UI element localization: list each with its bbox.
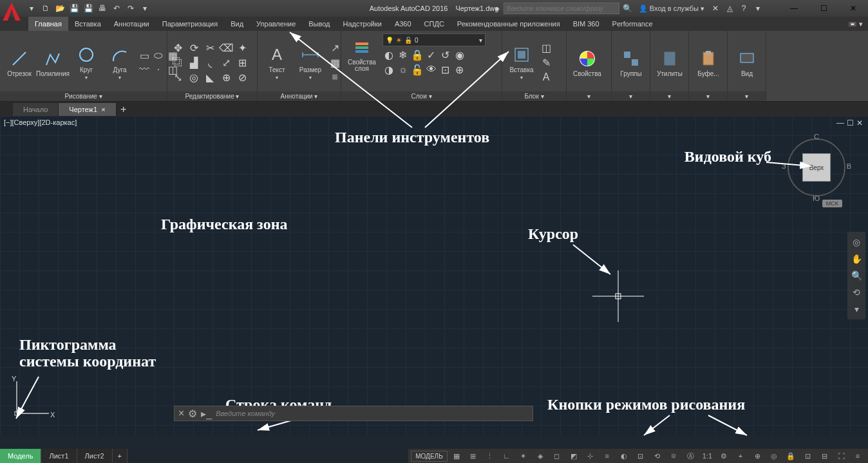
layer-thaw-icon[interactable]: ☼	[397, 63, 410, 76]
vp-minimize-icon[interactable]: —	[836, 118, 844, 128]
layer-on-icon[interactable]: ◑	[382, 63, 395, 76]
panel-clip-title[interactable]: ▾	[689, 91, 727, 101]
tab-close-icon[interactable]: ×	[101, 106, 105, 113]
layer-prev-icon[interactable]: ↺	[439, 48, 452, 61]
dimension-button[interactable]: Размер▾	[295, 43, 326, 82]
close-button[interactable]: ✕	[838, 0, 868, 17]
tab-bim360[interactable]: BIM 360	[567, 17, 606, 31]
tab-insert[interactable]: Вставка	[68, 17, 108, 31]
status-grid-icon[interactable]: ▦	[449, 449, 464, 462]
saveas-icon[interactable]: 💾	[82, 3, 94, 14]
rect-icon[interactable]: ▭	[138, 49, 151, 62]
arc-button[interactable]: Дуга▾	[104, 43, 135, 82]
cmd-close-icon[interactable]: ×	[178, 408, 184, 419]
viewport-label[interactable]: [−][Сверху][2D-каркас]	[4, 118, 77, 126]
trim-icon[interactable]: ✂	[203, 41, 216, 54]
view-button[interactable]: Вид	[731, 47, 762, 79]
tab-featured[interactable]: Рекомендованные приложения	[451, 17, 567, 31]
undo-icon[interactable]: ↶	[111, 3, 122, 14]
status-osnap-icon[interactable]: ◻	[549, 449, 565, 462]
tab-spds[interactable]: СПДС	[418, 17, 451, 31]
status-custom-icon[interactable]: ≡	[850, 449, 865, 462]
layer-merge-icon[interactable]: ⊕	[453, 63, 466, 76]
block-attr-icon[interactable]: A	[540, 71, 552, 84]
layer-unlock-icon[interactable]: 🔓	[411, 63, 424, 76]
ellipse-icon[interactable]: ⬭	[152, 49, 165, 62]
status-lwt-icon[interactable]: ≡	[599, 449, 615, 462]
plot-icon[interactable]: 🖶	[97, 3, 108, 14]
panel-block-title[interactable]: Блок ▾	[502, 91, 566, 101]
tab-home[interactable]: Главная	[28, 17, 68, 31]
tab-start[interactable]: Начало	[13, 103, 59, 116]
fillet-icon[interactable]: ◟	[203, 56, 216, 69]
layer-state-icon[interactable]: ⊡	[439, 63, 452, 76]
nav-wheel-icon[interactable]: ◎	[849, 234, 864, 250]
help-dd-icon[interactable]: ▾	[752, 3, 764, 14]
status-iso2-icon[interactable]: ⊟	[816, 449, 832, 462]
copy-icon[interactable]: ⿻	[171, 56, 184, 69]
viewcube-msk[interactable]: МСК	[822, 200, 842, 207]
tab-sheet2[interactable]: Лист2	[77, 449, 113, 463]
groups-button[interactable]: Группы	[616, 47, 646, 79]
vp-maximize-icon[interactable]: ☐	[847, 118, 854, 128]
status-scale-label[interactable]: 1:1	[700, 449, 715, 462]
nav-zoom-icon[interactable]: 🔍	[849, 268, 864, 283]
status-snap-icon[interactable]: ⊞	[466, 449, 481, 462]
panel-layers-title[interactable]: Слои ▾	[341, 91, 502, 101]
explode-icon[interactable]: ✦	[236, 41, 249, 54]
polyline-button[interactable]: Полилиния	[37, 47, 68, 79]
tab-drawing1[interactable]: Чертеж1 ×	[59, 103, 116, 116]
utilities-button[interactable]: Утилиты	[654, 47, 685, 79]
properties-button[interactable]: Свойства	[571, 47, 604, 79]
line-button[interactable]: Отрезок	[4, 47, 35, 79]
panel-view-title[interactable]: ▾	[728, 91, 766, 101]
tab-annotate[interactable]: Аннотации	[108, 17, 156, 31]
block-edit-icon[interactable]: ✎	[540, 56, 552, 69]
status-sc-icon[interactable]: ⊡	[633, 449, 648, 462]
panel-utils-title[interactable]: ▾	[650, 91, 688, 101]
circle-button[interactable]: Круг▾	[71, 43, 102, 82]
status-model-badge[interactable]: МОДЕЛЬ	[411, 451, 447, 462]
status-otrack-icon[interactable]: ⊹	[583, 449, 598, 462]
point-icon[interactable]: ·	[152, 63, 165, 76]
cmd-handle-icon[interactable]: ⚙	[188, 408, 197, 420]
search-input[interactable]	[504, 3, 619, 14]
status-3dosnap-icon[interactable]: ◩	[566, 449, 581, 462]
spline-icon[interactable]: 〰	[138, 63, 151, 76]
signin-button[interactable]: 👤 Вход в службы ▾	[636, 5, 707, 13]
layer-match-icon[interactable]: ✓	[425, 48, 438, 61]
status-cycle-icon[interactable]: ⟲	[650, 449, 665, 462]
mtext-icon[interactable]: ≡	[328, 71, 341, 84]
chamfer-icon[interactable]: ◣	[203, 71, 216, 84]
nav-orbit-icon[interactable]: ⟲	[849, 285, 864, 300]
array-icon[interactable]: ⊞	[236, 56, 249, 69]
tab-param[interactable]: Параметризация	[156, 17, 224, 31]
mirror-icon[interactable]: ▟	[187, 56, 200, 69]
vp-close-icon[interactable]: ✕	[856, 118, 863, 128]
ucs-icon[interactable]: YX	[10, 375, 55, 422]
drawing-canvas[interactable]: [−][Сверху][2D-каркас] — ☐ ✕ Верх С Ю В …	[0, 116, 868, 435]
clipboard-button[interactable]: Буфе...	[693, 47, 724, 79]
status-clean-icon[interactable]: ⛶	[833, 449, 849, 462]
table-icon[interactable]: ▦	[328, 56, 341, 69]
tab-model[interactable]: Модель	[0, 449, 41, 463]
tab-output[interactable]: Вывод	[302, 17, 336, 31]
status-hw-icon[interactable]: ⊡	[800, 449, 815, 462]
status-qp-icon[interactable]: ◎	[766, 449, 782, 462]
ribbon-collapse-icon[interactable]: 📼 ▾	[848, 20, 863, 28]
status-units-icon[interactable]: ⊕	[750, 449, 765, 462]
text-button[interactable]: AТекст▾	[261, 43, 292, 82]
scale-icon[interactable]: ⤡	[171, 71, 184, 84]
cmd-input[interactable]: Введите команду	[216, 410, 529, 417]
move-icon[interactable]: ✥	[171, 41, 184, 54]
offset-icon[interactable]: ◎	[187, 71, 200, 84]
layer-walk-icon[interactable]: 👁	[425, 63, 438, 76]
panel-props-title[interactable]: ▾	[567, 91, 611, 101]
status-ortho-icon[interactable]: ∟	[499, 449, 514, 462]
join-icon[interactable]: ⊕	[220, 71, 232, 84]
nav-show-icon[interactable]: ▾	[849, 301, 864, 317]
redo-icon[interactable]: ↷	[125, 3, 137, 14]
tab-addins[interactable]: Надстройки	[337, 17, 388, 31]
new-file-icon[interactable]: 🗋	[40, 3, 52, 14]
status-ws-icon[interactable]: ⚙	[716, 449, 731, 462]
